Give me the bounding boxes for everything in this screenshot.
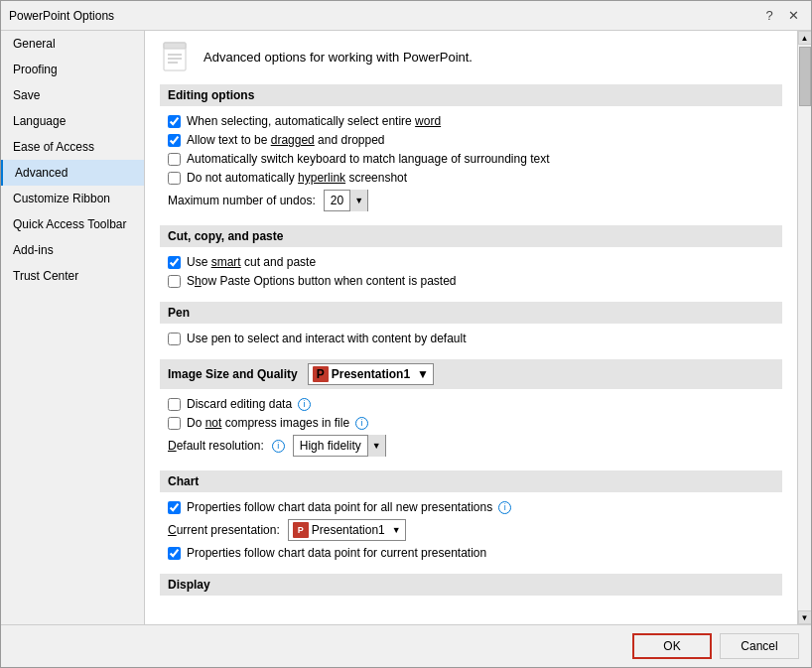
checkbox-no-hyperlink[interactable] [168, 172, 181, 185]
resolution-row: Default resolution: i High fidelity ▼ [160, 435, 782, 457]
header-text: Advanced options for working with PowerP… [203, 50, 473, 65]
close-button[interactable]: ✕ [783, 6, 803, 26]
scroll-thumb[interactable] [799, 47, 811, 106]
label-paste-options: Show Paste Options button when content i… [187, 274, 457, 288]
sidebar-item-advanced[interactable]: Advanced [1, 160, 144, 186]
sidebar-item-ease-of-access[interactable]: Ease of Access [1, 134, 144, 160]
sidebar-item-general[interactable]: General [1, 31, 144, 57]
label-smart-cut: Use smart cut and paste [187, 255, 316, 269]
sidebar-item-quick-access-toolbar[interactable]: Quick Access Toolbar [1, 211, 144, 237]
current-pres-icon: P [293, 522, 309, 538]
advanced-icon [160, 41, 192, 72]
current-presentation-label: Current presentation: [168, 523, 280, 537]
label-no-compress: Do not compress images in file [187, 416, 349, 430]
sidebar-item-save[interactable]: Save [1, 82, 144, 108]
checkbox-chart-current-presentation[interactable] [168, 547, 181, 560]
current-pres-arrow: ▼ [392, 525, 401, 535]
chart-all-info-icon[interactable]: i [498, 501, 511, 514]
option-auto-select: When selecting, automatically select ent… [160, 114, 782, 128]
content-header: Advanced options for working with PowerP… [160, 41, 782, 72]
image-presentation-dropdown[interactable]: P Presentation1 ▼ [308, 363, 434, 385]
display-header: Display [160, 574, 782, 596]
checkbox-drag-drop[interactable] [168, 134, 181, 147]
compress-info-icon[interactable]: i [355, 417, 368, 430]
max-undos-spin[interactable]: 20 ▼ [324, 190, 368, 211]
image-section-title: Image Size and Quality [168, 367, 298, 381]
checkbox-auto-switch-keyboard[interactable] [168, 153, 181, 166]
label-drag-drop: Allow text to be dragged and dropped [187, 133, 385, 147]
scroll-down-button[interactable]: ▼ [798, 610, 812, 624]
display-section: Display [160, 574, 782, 596]
cancel-button[interactable]: Cancel [720, 633, 799, 659]
help-button[interactable]: ? [759, 6, 779, 26]
label-chart-all-presentations: Properties follow chart data point for a… [187, 500, 492, 514]
editing-options-section: Editing options When selecting, automati… [160, 84, 782, 211]
max-undos-value: 20 [325, 194, 349, 207]
image-size-quality-section: Image Size and Quality P Presentation1 ▼… [160, 359, 782, 457]
sidebar-item-trust-center[interactable]: Trust Center [1, 263, 144, 289]
current-presentation-row: Current presentation: P Presentation1 ▼ [160, 519, 782, 541]
label-auto-switch-keyboard: Automatically switch keyboard to match l… [187, 152, 550, 166]
image-presentation-label: Presentation1 [332, 367, 410, 381]
sidebar-item-customize-ribbon[interactable]: Customize Ribbon [1, 186, 144, 211]
current-presentation-value: Presentation1 [312, 523, 385, 537]
checkbox-paste-options[interactable] [168, 275, 181, 288]
label-auto-select: When selecting, automatically select ent… [187, 114, 441, 128]
image-presentation-arrow: ▼ [417, 367, 429, 381]
option-drag-drop: Allow text to be dragged and dropped [160, 133, 782, 147]
scrollbar[interactable]: ▲ ▼ [797, 31, 811, 624]
main-content: Advanced options for working with PowerP… [145, 31, 797, 624]
pen-section: Pen Use pen to select and interact with … [160, 302, 782, 345]
discard-info-icon[interactable]: i [298, 398, 311, 411]
resolution-dropdown-arrow[interactable]: ▼ [367, 435, 385, 457]
option-discard-editing: Discard editing data i [160, 397, 782, 411]
current-presentation-dropdown[interactable]: P Presentation1 ▼ [288, 519, 406, 541]
checkbox-chart-all-presentations[interactable] [168, 501, 181, 514]
resolution-value: High fidelity [294, 439, 367, 453]
option-no-compress: Do not compress images in file i [160, 416, 782, 430]
max-undos-label: Maximum number of undos: [168, 194, 316, 207]
image-section-header-row: Image Size and Quality P Presentation1 ▼ [160, 359, 782, 389]
option-paste-options: Show Paste Options button when content i… [160, 274, 782, 288]
svg-rect-1 [164, 43, 186, 49]
label-chart-current-presentation: Properties follow chart data point for c… [187, 546, 486, 560]
sidebar: General Proofing Save Language Ease of A… [1, 31, 145, 624]
sidebar-item-add-ins[interactable]: Add-ins [1, 237, 144, 263]
ok-button[interactable]: OK [632, 633, 712, 659]
sidebar-item-proofing[interactable]: Proofing [1, 57, 144, 82]
checkbox-auto-select[interactable] [168, 115, 181, 128]
option-auto-switch-keyboard: Automatically switch keyboard to match l… [160, 152, 782, 166]
label-pen-select: Use pen to select and interact with cont… [187, 332, 467, 345]
resolution-dropdown[interactable]: High fidelity ▼ [293, 435, 386, 457]
checkbox-smart-cut[interactable] [168, 256, 181, 269]
option-chart-current-presentation: Properties follow chart data point for c… [160, 546, 782, 560]
title-bar-controls: ? ✕ [759, 6, 803, 26]
option-chart-all-presentations: Properties follow chart data point for a… [160, 500, 782, 514]
label-no-hyperlink: Do not automatically hyperlink screensho… [187, 171, 407, 185]
powerpoint-options-dialog: PowerPoint Options ? ✕ General Proofing … [0, 0, 812, 668]
resolution-info-icon[interactable]: i [272, 440, 285, 453]
option-pen-select: Use pen to select and interact with cont… [160, 332, 782, 345]
pen-header: Pen [160, 302, 782, 324]
label-discard-editing: Discard editing data [187, 397, 292, 411]
content-area[interactable]: Advanced options for working with PowerP… [145, 31, 797, 624]
chart-section: Chart Properties follow chart data point… [160, 470, 782, 560]
dialog-title: PowerPoint Options [9, 9, 114, 23]
option-smart-cut: Use smart cut and paste [160, 255, 782, 269]
presentation-icon: P [313, 366, 329, 382]
resolution-label: Default resolution: [168, 439, 264, 453]
title-bar: PowerPoint Options ? ✕ [1, 1, 811, 31]
checkbox-discard-editing[interactable] [168, 398, 181, 411]
cut-copy-paste-header: Cut, copy, and paste [160, 225, 782, 247]
scroll-up-button[interactable]: ▲ [798, 31, 812, 45]
max-undos-arrow[interactable]: ▼ [349, 190, 367, 211]
checkbox-no-compress[interactable] [168, 417, 181, 430]
max-undos-row: Maximum number of undos: 20 ▼ [160, 190, 782, 211]
chart-header: Chart [160, 470, 782, 492]
option-no-hyperlink: Do not automatically hyperlink screensho… [160, 171, 782, 185]
cut-copy-paste-section: Cut, copy, and paste Use smart cut and p… [160, 225, 782, 288]
checkbox-pen-select[interactable] [168, 333, 181, 345]
editing-options-header: Editing options [160, 84, 782, 106]
sidebar-item-language[interactable]: Language [1, 108, 144, 134]
dialog-footer: OK Cancel [1, 624, 811, 667]
